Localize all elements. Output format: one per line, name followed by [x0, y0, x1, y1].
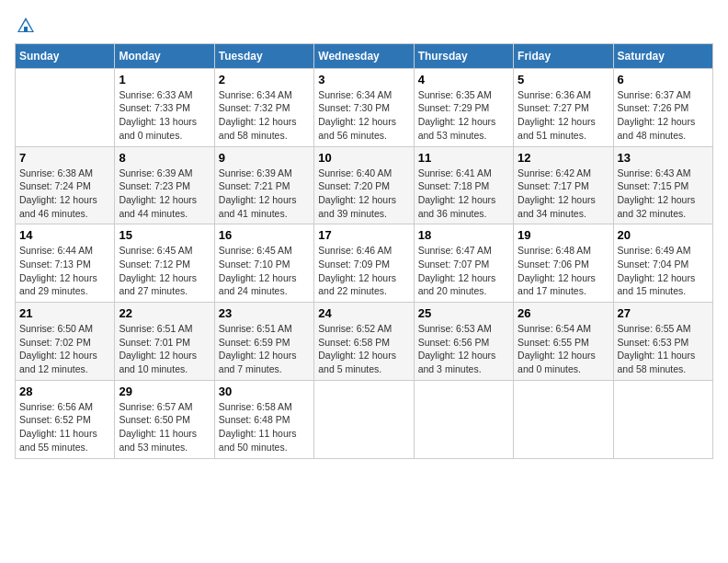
calendar-cell: 27Sunrise: 6:55 AM Sunset: 6:53 PM Dayli…: [613, 303, 712, 381]
calendar-cell: [613, 380, 712, 458]
calendar-cell: [314, 380, 414, 458]
calendar-cell: 30Sunrise: 6:58 AM Sunset: 6:48 PM Dayli…: [214, 380, 313, 458]
day-info: Sunrise: 6:35 AM Sunset: 7:29 PM Dayligh…: [418, 88, 509, 143]
day-info: Sunrise: 6:36 AM Sunset: 7:27 PM Dayligh…: [518, 88, 609, 143]
calendar-cell: 5Sunrise: 6:36 AM Sunset: 7:27 PM Daylig…: [514, 68, 613, 146]
day-info: Sunrise: 6:51 AM Sunset: 7:01 PM Dayligh…: [119, 322, 210, 376]
day-info: Sunrise: 6:57 AM Sunset: 6:50 PM Dayligh…: [119, 400, 210, 454]
day-number: 20: [618, 228, 709, 242]
calendar-week-row: 1Sunrise: 6:33 AM Sunset: 7:33 PM Daylig…: [16, 68, 713, 146]
day-number: 27: [618, 306, 709, 320]
calendar-cell: 15Sunrise: 6:45 AM Sunset: 7:12 PM Dayli…: [115, 224, 214, 303]
day-number: 30: [219, 385, 310, 398]
calendar-cell: 21Sunrise: 6:50 AM Sunset: 7:02 PM Dayli…: [16, 303, 115, 381]
day-of-week-header: Tuesday: [214, 43, 313, 68]
day-number: 29: [119, 385, 210, 398]
day-info: Sunrise: 6:58 AM Sunset: 6:48 PM Dayligh…: [219, 400, 310, 454]
day-info: Sunrise: 6:41 AM Sunset: 7:18 PM Dayligh…: [418, 167, 509, 221]
calendar-cell: 13Sunrise: 6:43 AM Sunset: 7:15 PM Dayli…: [613, 146, 712, 224]
calendar-cell: 6Sunrise: 6:37 AM Sunset: 7:26 PM Daylig…: [613, 68, 712, 146]
day-of-week-header: Wednesday: [314, 43, 414, 68]
calendar-week-row: 28Sunrise: 6:56 AM Sunset: 6:52 PM Dayli…: [16, 380, 713, 458]
day-number: 8: [119, 151, 210, 165]
calendar-cell: 19Sunrise: 6:48 AM Sunset: 7:06 PM Dayli…: [514, 224, 613, 303]
day-info: Sunrise: 6:33 AM Sunset: 7:33 PM Dayligh…: [119, 88, 210, 143]
day-info: Sunrise: 6:48 AM Sunset: 7:06 PM Dayligh…: [518, 244, 609, 298]
day-info: Sunrise: 6:40 AM Sunset: 7:20 PM Dayligh…: [318, 167, 409, 221]
day-number: 14: [19, 228, 110, 242]
day-info: Sunrise: 6:46 AM Sunset: 7:09 PM Dayligh…: [318, 244, 409, 298]
logo: [15, 15, 36, 36]
logo-text: [15, 15, 36, 36]
svg-rect-2: [24, 27, 28, 31]
day-of-week-header: Thursday: [414, 43, 513, 68]
calendar-cell: 20Sunrise: 6:49 AM Sunset: 7:04 PM Dayli…: [613, 224, 712, 303]
day-number: 23: [219, 306, 310, 320]
calendar-cell: 11Sunrise: 6:41 AM Sunset: 7:18 PM Dayli…: [414, 146, 513, 224]
day-info: Sunrise: 6:51 AM Sunset: 6:59 PM Dayligh…: [219, 322, 310, 376]
calendar-cell: [16, 68, 115, 146]
calendar-cell: 7Sunrise: 6:38 AM Sunset: 7:24 PM Daylig…: [16, 146, 115, 224]
day-number: 24: [318, 306, 409, 320]
calendar-cell: 26Sunrise: 6:54 AM Sunset: 6:55 PM Dayli…: [514, 303, 613, 381]
day-number: 19: [518, 228, 609, 242]
calendar-cell: 14Sunrise: 6:44 AM Sunset: 7:13 PM Dayli…: [16, 224, 115, 303]
day-of-week-header: Sunday: [16, 43, 115, 68]
day-info: Sunrise: 6:34 AM Sunset: 7:30 PM Dayligh…: [318, 88, 409, 143]
calendar-cell: 12Sunrise: 6:42 AM Sunset: 7:17 PM Dayli…: [514, 146, 613, 224]
day-number: 18: [418, 228, 509, 242]
day-info: Sunrise: 6:42 AM Sunset: 7:17 PM Dayligh…: [518, 167, 609, 221]
day-number: 2: [219, 73, 310, 86]
calendar-cell: 1Sunrise: 6:33 AM Sunset: 7:33 PM Daylig…: [115, 68, 214, 146]
calendar-cell: 9Sunrise: 6:39 AM Sunset: 7:21 PM Daylig…: [214, 146, 313, 224]
calendar-cell: 24Sunrise: 6:52 AM Sunset: 6:58 PM Dayli…: [314, 303, 414, 381]
calendar-cell: 23Sunrise: 6:51 AM Sunset: 6:59 PM Dayli…: [214, 303, 313, 381]
day-number: 12: [518, 151, 609, 165]
calendar-cell: 25Sunrise: 6:53 AM Sunset: 6:56 PM Dayli…: [414, 303, 513, 381]
calendar-cell: 22Sunrise: 6:51 AM Sunset: 7:01 PM Dayli…: [115, 303, 214, 381]
day-number: 10: [318, 151, 409, 165]
day-number: 1: [119, 73, 210, 86]
day-number: 22: [119, 306, 210, 320]
calendar-cell: 17Sunrise: 6:46 AM Sunset: 7:09 PM Dayli…: [314, 224, 414, 303]
day-of-week-header: Friday: [514, 43, 613, 68]
calendar-cell: 4Sunrise: 6:35 AM Sunset: 7:29 PM Daylig…: [414, 68, 513, 146]
day-info: Sunrise: 6:49 AM Sunset: 7:04 PM Dayligh…: [618, 244, 709, 298]
day-info: Sunrise: 6:39 AM Sunset: 7:21 PM Dayligh…: [219, 167, 310, 221]
day-info: Sunrise: 6:43 AM Sunset: 7:15 PM Dayligh…: [618, 167, 709, 221]
day-info: Sunrise: 6:55 AM Sunset: 6:53 PM Dayligh…: [618, 322, 709, 376]
day-number: 5: [518, 73, 609, 86]
calendar-cell: 8Sunrise: 6:39 AM Sunset: 7:23 PM Daylig…: [115, 146, 214, 224]
day-info: Sunrise: 6:34 AM Sunset: 7:32 PM Dayligh…: [219, 88, 310, 143]
day-of-week-header: Saturday: [613, 43, 712, 68]
calendar-cell: 28Sunrise: 6:56 AM Sunset: 6:52 PM Dayli…: [16, 380, 115, 458]
day-number: 28: [19, 385, 110, 398]
day-info: Sunrise: 6:45 AM Sunset: 7:10 PM Dayligh…: [219, 244, 310, 298]
calendar-cell: 29Sunrise: 6:57 AM Sunset: 6:50 PM Dayli…: [115, 380, 214, 458]
day-info: Sunrise: 6:56 AM Sunset: 6:52 PM Dayligh…: [19, 400, 110, 454]
calendar-cell: 2Sunrise: 6:34 AM Sunset: 7:32 PM Daylig…: [214, 68, 313, 146]
day-number: 13: [618, 151, 709, 165]
logo-general: [15, 17, 36, 32]
calendar-cell: 18Sunrise: 6:47 AM Sunset: 7:07 PM Dayli…: [414, 224, 513, 303]
calendar-cell: 3Sunrise: 6:34 AM Sunset: 7:30 PM Daylig…: [314, 68, 414, 146]
day-number: 3: [318, 73, 409, 86]
day-number: 26: [518, 306, 609, 320]
day-number: 7: [19, 151, 110, 165]
day-info: Sunrise: 6:45 AM Sunset: 7:12 PM Dayligh…: [119, 244, 210, 298]
calendar-cell: [414, 380, 513, 458]
day-info: Sunrise: 6:39 AM Sunset: 7:23 PM Dayligh…: [119, 167, 210, 221]
day-info: Sunrise: 6:54 AM Sunset: 6:55 PM Dayligh…: [518, 322, 609, 376]
day-number: 16: [219, 228, 310, 242]
day-info: Sunrise: 6:38 AM Sunset: 7:24 PM Dayligh…: [19, 167, 110, 221]
calendar-week-row: 14Sunrise: 6:44 AM Sunset: 7:13 PM Dayli…: [16, 224, 713, 303]
day-number: 9: [219, 151, 310, 165]
day-info: Sunrise: 6:44 AM Sunset: 7:13 PM Dayligh…: [19, 244, 110, 298]
calendar-cell: [514, 380, 613, 458]
day-number: 15: [119, 228, 210, 242]
day-info: Sunrise: 6:50 AM Sunset: 7:02 PM Dayligh…: [19, 322, 110, 376]
day-number: 21: [19, 306, 110, 320]
calendar-cell: 16Sunrise: 6:45 AM Sunset: 7:10 PM Dayli…: [214, 224, 313, 303]
logo-icon: [16, 16, 36, 36]
day-info: Sunrise: 6:52 AM Sunset: 6:58 PM Dayligh…: [318, 322, 409, 376]
